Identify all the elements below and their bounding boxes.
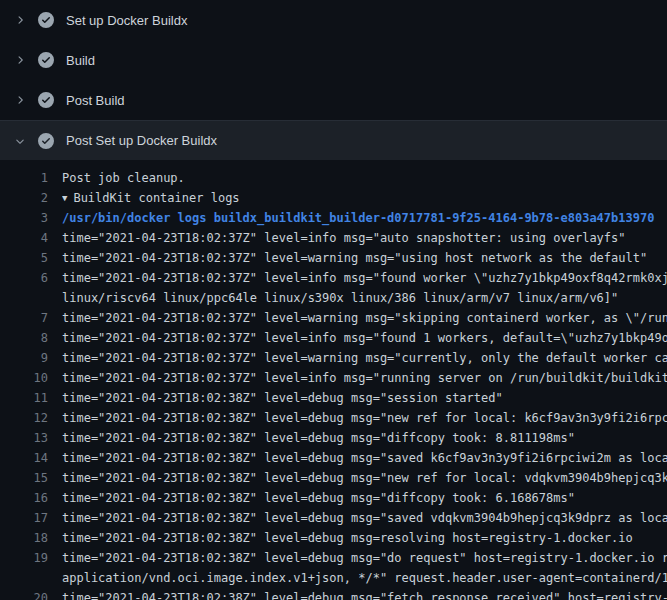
log-line-content: time="2021-04-23T18:02:38Z" level=debug … — [62, 391, 503, 405]
log-line: 20 time="2021-04-23T18:02:38Z" level=deb… — [0, 588, 667, 600]
log-line-content: time="2021-04-23T18:02:38Z" level=debug … — [62, 511, 667, 525]
log-line: linux/riscv64 linux/ppc64le linux/s390x … — [0, 288, 667, 308]
log-line-text: time="2021-04-23T18:02:38Z" level=debug … — [62, 488, 667, 508]
log-line-text: time="2021-04-23T18:02:37Z" level=info m… — [62, 328, 667, 348]
log-line: 10 time="2021-04-23T18:02:37Z" level=inf… — [0, 368, 667, 388]
log-line-number[interactable]: 16 — [0, 488, 48, 508]
log-line-number[interactable]: 3 — [0, 208, 48, 228]
log-line-content: time="2021-04-23T18:02:38Z" level=debug … — [62, 411, 667, 425]
log-line-content: time="2021-04-23T18:02:37Z" level=warnin… — [62, 311, 667, 325]
log-line-content: time="2021-04-23T18:02:38Z" level=debug … — [62, 451, 667, 465]
check-circle-icon — [38, 52, 54, 68]
log-line-content: time="2021-04-23T18:02:37Z" level=info m… — [62, 331, 667, 345]
check-circle-icon — [38, 12, 54, 28]
step-row[interactable]: Set up Docker Buildx — [0, 0, 667, 40]
log-line: 6 time="2021-04-23T18:02:37Z" level=info… — [0, 268, 667, 288]
log-line-number[interactable]: 14 — [0, 448, 48, 468]
chevron-right-icon[interactable] — [12, 52, 28, 68]
log-line: 17 time="2021-04-23T18:02:38Z" level=deb… — [0, 508, 667, 528]
log-line-number[interactable]: 17 — [0, 508, 48, 528]
chevron-right-icon[interactable] — [12, 12, 28, 28]
log-line-number[interactable]: 20 — [0, 588, 48, 600]
step-label: Post Build — [66, 93, 125, 108]
log-line-text: time="2021-04-23T18:02:38Z" level=debug … — [62, 468, 667, 488]
log-line-number[interactable]: 19 — [0, 548, 48, 568]
log-line: 5 time="2021-04-23T18:02:37Z" level=warn… — [0, 248, 667, 268]
log-line-content: time="2021-04-23T18:02:37Z" level=info m… — [62, 271, 667, 285]
log-lines: 1 Post job cleanup. 2 ▼BuildKit containe… — [0, 160, 667, 600]
log-line: 7 time="2021-04-23T18:02:37Z" level=warn… — [0, 308, 667, 328]
log-line-number[interactable]: 1 — [0, 168, 48, 188]
log-line: 19 time="2021-04-23T18:02:38Z" level=deb… — [0, 548, 667, 568]
log-line-number[interactable]: 18 — [0, 528, 48, 548]
log-line-number[interactable]: 2 — [0, 188, 48, 208]
log-line-content: time="2021-04-23T18:02:37Z" level=warnin… — [62, 351, 667, 365]
log-line-text: time="2021-04-23T18:02:37Z" level=info m… — [62, 228, 667, 248]
log-line-text: linux/riscv64 linux/ppc64le linux/s390x … — [62, 288, 667, 308]
chevron-right-icon[interactable] — [12, 92, 28, 108]
log-line-text: time="2021-04-23T18:02:37Z" level=warnin… — [62, 248, 667, 268]
step-label: Build — [66, 53, 95, 68]
log-line-number[interactable]: 11 — [0, 388, 48, 408]
log-line-number[interactable]: 12 — [0, 408, 48, 428]
log-line-text: time="2021-04-23T18:02:38Z" level=debug … — [62, 388, 667, 408]
log-line-number[interactable] — [0, 568, 48, 588]
step-label: Set up Docker Buildx — [66, 13, 187, 28]
log-line: 14 time="2021-04-23T18:02:38Z" level=deb… — [0, 448, 667, 468]
log-line-content: Post job cleanup. — [62, 171, 185, 185]
log-line-text: ▼BuildKit container logs — [62, 188, 667, 208]
log-line-number[interactable]: 9 — [0, 348, 48, 368]
log-line-text: /usr/bin/docker logs buildx_buildkit_bui… — [62, 208, 667, 228]
log-line-content: time="2021-04-23T18:02:38Z" level=debug … — [62, 551, 667, 565]
step-row[interactable]: Post Build — [0, 80, 667, 120]
log-line: 3 /usr/bin/docker logs buildx_buildkit_b… — [0, 208, 667, 228]
log-line-number[interactable] — [0, 288, 48, 308]
log-line: 15 time="2021-04-23T18:02:38Z" level=deb… — [0, 468, 667, 488]
check-circle-icon — [38, 92, 54, 108]
log-line-number[interactable]: 8 — [0, 328, 48, 348]
log-line-text: time="2021-04-23T18:02:37Z" level=warnin… — [62, 308, 667, 328]
log-line-text: application/vnd.oci.image.index.v1+json,… — [62, 568, 667, 588]
chevron-down-icon[interactable] — [12, 133, 28, 149]
log-line-number[interactable]: 6 — [0, 268, 48, 288]
log-line-content: time="2021-04-23T18:02:38Z" level=debug … — [62, 531, 633, 545]
log-line-number[interactable]: 10 — [0, 368, 48, 388]
log-line-number[interactable]: 5 — [0, 248, 48, 268]
log-line: 1 Post job cleanup. — [0, 168, 667, 188]
log-line-content: time="2021-04-23T18:02:38Z" level=debug … — [62, 591, 667, 600]
log-line: 16 time="2021-04-23T18:02:38Z" level=deb… — [0, 488, 667, 508]
log-line: 13 time="2021-04-23T18:02:38Z" level=deb… — [0, 428, 667, 448]
actions-log-viewer: Set up Docker Buildx Build Post Build Po… — [0, 0, 667, 600]
log-line-text: time="2021-04-23T18:02:37Z" level=warnin… — [62, 348, 667, 368]
log-line-content: time="2021-04-23T18:02:37Z" level=info m… — [62, 371, 667, 385]
log-line-content: time="2021-04-23T18:02:38Z" level=debug … — [62, 471, 667, 485]
log-line-content: time="2021-04-23T18:02:38Z" level=debug … — [62, 491, 575, 505]
log-line-content: time="2021-04-23T18:02:37Z" level=info m… — [62, 231, 626, 245]
log-line-text: time="2021-04-23T18:02:38Z" level=debug … — [62, 448, 667, 468]
log-line: 8 time="2021-04-23T18:02:37Z" level=info… — [0, 328, 667, 348]
log-line: 11 time="2021-04-23T18:02:38Z" level=deb… — [0, 388, 667, 408]
log-line-text: time="2021-04-23T18:02:38Z" level=debug … — [62, 508, 667, 528]
steps-list: Set up Docker Buildx Build Post Build Po… — [0, 0, 667, 160]
log-line: 4 time="2021-04-23T18:02:37Z" level=info… — [0, 228, 667, 248]
log-line-text: time="2021-04-23T18:02:37Z" level=info m… — [62, 368, 667, 388]
log-line-text: time="2021-04-23T18:02:38Z" level=debug … — [62, 408, 667, 428]
log-line-text: time="2021-04-23T18:02:38Z" level=debug … — [62, 588, 667, 600]
log-line-content: time="2021-04-23T18:02:37Z" level=warnin… — [62, 251, 647, 265]
log-line: 9 time="2021-04-23T18:02:37Z" level=warn… — [0, 348, 667, 368]
log-line-number[interactable]: 4 — [0, 228, 48, 248]
log-line-number[interactable]: 13 — [0, 428, 48, 448]
log-line: 12 time="2021-04-23T18:02:38Z" level=deb… — [0, 408, 667, 428]
step-row[interactable]: Post Set up Docker Buildx — [0, 120, 667, 160]
log-line-text: time="2021-04-23T18:02:38Z" level=debug … — [62, 428, 667, 448]
log-line: 18 time="2021-04-23T18:02:38Z" level=deb… — [0, 528, 667, 548]
log-line-number[interactable]: 7 — [0, 308, 48, 328]
log-line-text: time="2021-04-23T18:02:37Z" level=info m… — [62, 268, 667, 288]
step-row[interactable]: Build — [0, 40, 667, 80]
log-line-number[interactable]: 15 — [0, 468, 48, 488]
log-line-content: /usr/bin/docker logs buildx_buildkit_bui… — [62, 211, 654, 225]
group-toggle-icon[interactable]: ▼ — [62, 193, 67, 203]
log-line-content: time="2021-04-23T18:02:38Z" level=debug … — [62, 431, 575, 445]
log-line-text: time="2021-04-23T18:02:38Z" level=debug … — [62, 548, 667, 568]
step-label: Post Set up Docker Buildx — [66, 133, 217, 148]
